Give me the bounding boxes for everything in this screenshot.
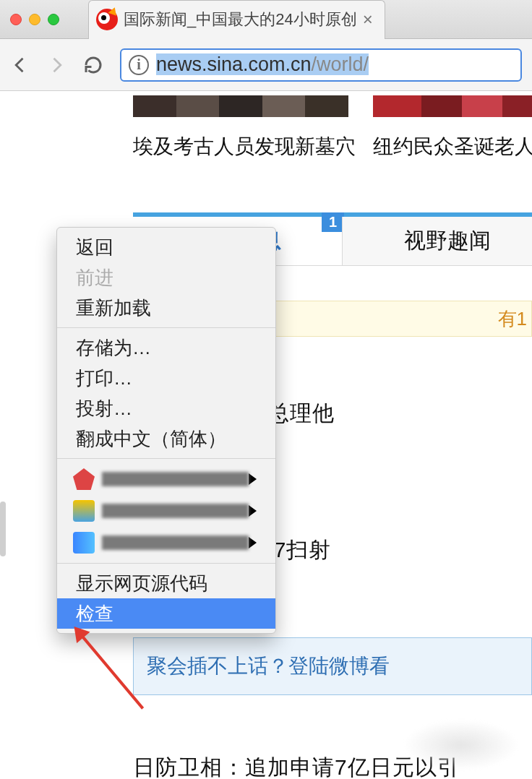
ctx-back[interactable]: 返回 xyxy=(57,232,275,262)
browser-tab[interactable]: 国际新闻_中国最大的24小时原创 × xyxy=(88,0,385,39)
ctx-separator xyxy=(57,458,275,459)
url-text: news.sina.com.cn/world/ xyxy=(156,53,369,76)
back-button[interactable] xyxy=(10,55,30,75)
traffic-lights xyxy=(0,14,59,25)
extension-name-blurred xyxy=(102,535,249,550)
extension-icon xyxy=(73,500,95,522)
weibo-favicon-icon xyxy=(96,9,118,30)
ctx-extension-item[interactable] xyxy=(57,463,275,495)
extension-name-blurred xyxy=(102,504,249,518)
ctx-label: 显示网页源代码 xyxy=(76,571,207,596)
window-titlebar: 国际新闻_中国最大的24小时原创 × xyxy=(0,0,532,39)
address-bar[interactable]: i news.sina.com.cn/world/ xyxy=(120,48,522,82)
ctx-reload[interactable]: 重新加载 xyxy=(57,293,275,323)
ctx-label: 存储为… xyxy=(76,335,151,361)
ctx-separator xyxy=(57,327,275,328)
blurred-watermark xyxy=(403,720,519,770)
ctx-label: 翻成中文（简体） xyxy=(76,426,226,452)
tab-label: 视野趣闻 xyxy=(404,226,491,256)
submenu-arrow-icon xyxy=(249,473,257,485)
thumbnail-caption: 纽约民众圣诞老人 xyxy=(373,133,532,160)
thumbnail-card[interactable]: 纽约民众圣诞老人 xyxy=(373,95,532,160)
ctx-label: 前进 xyxy=(76,265,113,290)
submenu-arrow-icon xyxy=(249,537,257,548)
ctx-extension-item[interactable] xyxy=(57,527,275,559)
tab-vision[interactable]: 视野趣闻 xyxy=(343,217,532,265)
site-info-icon[interactable]: i xyxy=(129,55,149,75)
reload-button[interactable] xyxy=(82,54,104,76)
extension-icon xyxy=(73,532,95,554)
thumbnail-caption: 埃及考古人员发现新墓穴 xyxy=(133,133,348,160)
browser-toolbar: i news.sina.com.cn/world/ xyxy=(0,39,532,91)
ctx-label: 返回 xyxy=(76,235,113,260)
page-scrollbar-thumb[interactable] xyxy=(0,502,6,556)
ctx-separator xyxy=(57,563,275,564)
thumbnail-image xyxy=(133,95,348,117)
close-window-button[interactable] xyxy=(10,14,22,25)
submenu-arrow-icon xyxy=(249,505,257,517)
ctx-label: 打印… xyxy=(76,366,132,391)
ctx-view-source[interactable]: 显示网页源代码 xyxy=(57,568,275,598)
close-tab-icon[interactable]: × xyxy=(363,9,373,30)
tab-title: 国际新闻_中国最大的24小时原创 xyxy=(124,9,357,30)
ctx-cast[interactable]: 投射… xyxy=(57,393,275,423)
refresh-badge: 1 xyxy=(322,212,344,232)
ctx-forward: 前进 xyxy=(57,262,275,293)
ctx-save-as[interactable]: 存储为… xyxy=(57,332,275,363)
context-menu: 返回 前进 重新加载 存储为… 打印… 投射… 翻成中文（简体） 显示网页源代码… xyxy=(56,227,276,634)
weibo-promo[interactable]: 聚会插不上话？登陆微博看 xyxy=(133,637,532,695)
thumbnail-card[interactable]: 埃及考古人员发现新墓穴 xyxy=(133,95,348,160)
thumbnail-image xyxy=(373,95,532,117)
forward-button[interactable] xyxy=(46,55,66,75)
minimize-window-button[interactable] xyxy=(29,14,40,25)
ctx-translate[interactable]: 翻成中文（简体） xyxy=(57,423,275,454)
zoom-window-button[interactable] xyxy=(48,14,59,25)
ctx-inspect[interactable]: 检查 xyxy=(57,598,275,629)
ctx-print[interactable]: 打印… xyxy=(57,363,275,393)
ctx-extension-item[interactable] xyxy=(57,495,275,527)
extension-icon xyxy=(73,468,95,490)
ctx-label: 重新加载 xyxy=(76,296,151,321)
banner-text: 有1 xyxy=(498,306,527,332)
thumbnail-row: 埃及考古人员发现新墓穴 纽约民众圣诞老人 xyxy=(133,95,532,160)
extension-name-blurred xyxy=(102,472,249,486)
ctx-label: 投射… xyxy=(76,396,132,421)
